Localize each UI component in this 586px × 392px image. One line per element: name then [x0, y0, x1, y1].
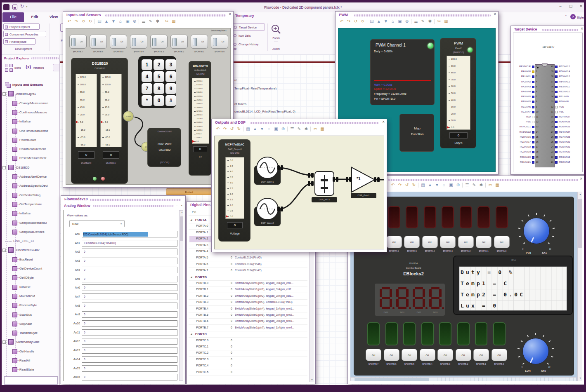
board-button-porta.4[interactable]: Off [422, 236, 438, 248]
close-icon[interactable]: × [581, 26, 583, 31]
pin-row-name[interactable]: PORTC.3 [196, 358, 225, 361]
tree-item-ambientlight1[interactable]: AmbientLight1 [16, 92, 60, 96]
keypad-key-2[interactable]: 2 [154, 59, 164, 70]
expand-toggle-icon[interactable]: - [2, 340, 6, 344]
pin-square-icon[interactable] [555, 75, 558, 78]
close-icon[interactable]: × [494, 12, 496, 17]
board-button-portb.4[interactable]: Off [420, 349, 435, 361]
tree-item-addressnextdevice[interactable]: AddressNextDevice [19, 175, 60, 179]
group-expander-icon[interactable]: ◢ [190, 275, 193, 279]
pin-square-icon[interactable] [532, 86, 534, 88]
board-button-portb.0[interactable]: Off [491, 349, 507, 361]
pin-row-name[interactable]: PORTA.6 [196, 263, 225, 266]
grid-icon[interactable]: ▦ [443, 18, 449, 25]
lux-slider[interactable]: 65536.061440.057344.053248.049152.045056… [192, 78, 209, 144]
pin-square-icon[interactable] [555, 161, 558, 164]
pin-row-name[interactable]: PORTB.7 [196, 326, 225, 330]
board-button-portb.3[interactable]: Off [437, 349, 453, 361]
pin-square-icon[interactable] [555, 146, 558, 148]
settings-icon[interactable]: ✱ [427, 18, 433, 25]
board-button-portb.6[interactable]: Off [384, 349, 399, 361]
undo-all-icon[interactable]: ↺ [353, 18, 359, 25]
pin-square-icon[interactable] [532, 101, 534, 103]
redo-all-icon[interactable]: ↻ [360, 18, 366, 25]
tree-item-matchrom[interactable]: MatchROM [19, 294, 60, 298]
pin-square-icon[interactable] [555, 70, 558, 73]
toggle-switch-portb.0[interactable]: Off [211, 35, 228, 49]
vertical-scrollbar[interactable]: ▲▼ [577, 192, 582, 381]
cut-icon[interactable]: ✂ [164, 18, 170, 25]
ribbon-button-component-properties[interactable]: Component Properties [3, 31, 46, 37]
toggle-switch-portb.6[interactable]: Off [90, 35, 107, 49]
switch-lever[interactable] [172, 38, 177, 46]
pin-square-icon[interactable] [532, 141, 534, 143]
snapshot-icon[interactable]: ▣ [273, 126, 279, 132]
pin-square-icon[interactable] [555, 81, 558, 83]
close-icon[interactable]: × [229, 12, 231, 17]
redo-icon[interactable]: ↷ [222, 126, 228, 132]
toggle-switch-portb.3[interactable]: Off [150, 35, 168, 49]
list-icon[interactable]: ☰ [141, 18, 146, 25]
analog-value-field[interactable]: 0 [82, 303, 177, 309]
tree-item-busreset[interactable]: BusReset [19, 258, 60, 262]
scroll-down-icon[interactable]: ▼ [310, 378, 314, 382]
cut-icon[interactable]: ✂ [487, 182, 493, 188]
group-expander-icon[interactable]: ◢ [190, 218, 193, 221]
toggle-switch-portb.7[interactable]: Off [69, 35, 87, 49]
scroll-thumb[interactable] [578, 199, 582, 248]
tree-item-initialise[interactable]: Initialise [19, 211, 60, 216]
add-icon[interactable]: ⊕ [404, 18, 410, 25]
toggle-switch-portb.5[interactable]: Off [110, 35, 127, 49]
minimize-button[interactable]: – [556, 4, 565, 10]
tree-item-readmeasurement[interactable]: ReadMeasurement [19, 147, 60, 151]
switch-lever[interactable] [213, 38, 217, 46]
analog-value-field[interactable]: 0 [82, 338, 177, 345]
tab-view[interactable]: View [45, 12, 62, 22]
scroll-up-icon[interactable]: ▲ [180, 211, 183, 214]
redo-all-icon[interactable]: ↻ [411, 182, 417, 188]
pin-row-name[interactable]: PORTA.7 [196, 269, 225, 272]
pin-square-icon[interactable] [555, 96, 558, 98]
add-icon[interactable]: ⊕ [280, 126, 286, 132]
tree-item-getidbyte[interactable]: GetIDByte [19, 276, 60, 280]
pin-square-icon[interactable] [532, 136, 534, 138]
keypad-key-3[interactable]: 3 [165, 59, 176, 70]
keypad-key-8[interactable]: 8 [154, 83, 164, 94]
pin-square-icon[interactable] [555, 151, 558, 153]
pin-square-icon[interactable] [555, 106, 558, 108]
pin-square-icon[interactable] [532, 66, 534, 68]
pin-square-icon[interactable] [532, 116, 534, 118]
keypad-key-6[interactable]: 6 [165, 71, 176, 82]
analog-value-field[interactable]: 825 ComboBL0114(LightSensor ADC) [82, 231, 177, 237]
lower-icon[interactable]: ▼ [111, 18, 116, 25]
tree-item-readstate[interactable]: ReadState [19, 368, 60, 372]
settings-icon[interactable]: ✱ [303, 126, 309, 132]
slider-marker[interactable] [76, 121, 78, 123]
toggle-switch-portb.1[interactable]: Off [191, 35, 208, 49]
expand-toggle-icon[interactable]: - [2, 249, 6, 252]
keypad-key-hash[interactable]: # [165, 95, 176, 106]
minimize-icon[interactable]: – [176, 204, 179, 207]
pin-square-icon[interactable] [555, 141, 558, 143]
close-icon[interactable]: × [382, 120, 385, 124]
tree-item-skipaddr[interactable]: SkipAddr [19, 322, 60, 326]
pin-square-icon[interactable] [532, 126, 534, 128]
tree-item-resetmeasurement[interactable]: ResetMeasurement [19, 156, 60, 160]
tree-item-onetimemeasureme[interactable]: OneTimeMeasureme [19, 129, 60, 133]
tree-item-addressspecificdevi[interactable]: AddressSpecificDevi [19, 184, 60, 188]
undo-icon[interactable]: ↶ [390, 182, 396, 188]
analog-value-field[interactable]: 0 [82, 329, 177, 336]
knob-dial[interactable] [522, 338, 549, 364]
analog-value-field[interactable]: 0 [82, 276, 177, 282]
maximize-button[interactable]: ▢ [567, 4, 575, 10]
analog-value-field[interactable]: 0 [82, 320, 177, 327]
help-icon[interactable]: ? [570, 14, 576, 19]
redo-all-icon[interactable]: ↻ [87, 18, 93, 25]
analog-value-field[interactable]: 0 [82, 356, 177, 363]
pin-row-name[interactable]: PORTB.0 [196, 282, 225, 285]
slider-marker[interactable] [101, 121, 103, 123]
keypad-key-0[interactable]: 0 [154, 95, 164, 106]
scroll-thumb[interactable] [180, 216, 183, 241]
raise-icon[interactable]: ▲ [427, 182, 433, 188]
tree-item-inputs-and-sensors[interactable]: Inputs and Sensors [12, 83, 60, 87]
